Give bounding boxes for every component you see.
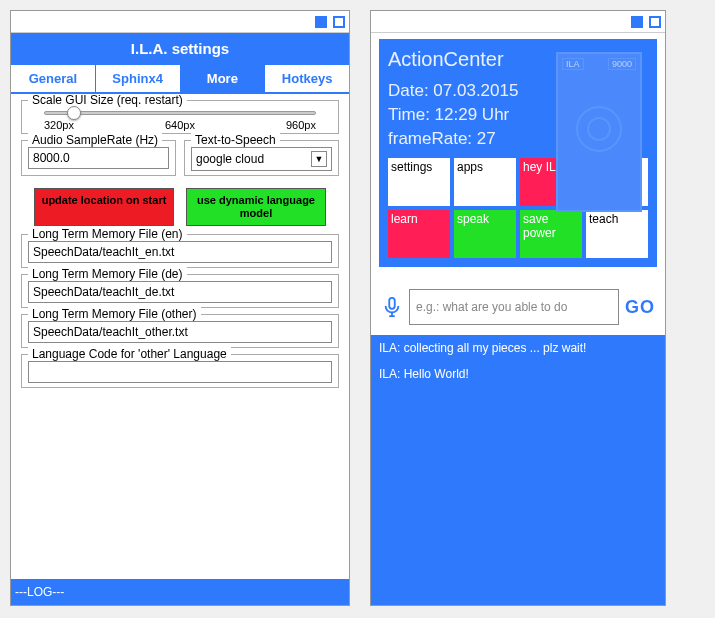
window-title: I.L.A. settings xyxy=(11,33,349,64)
ltm-en-group: Long Term Memory File (en) xyxy=(21,234,339,268)
audio-group: Audio SampleRate (Hz) xyxy=(21,140,176,176)
tab-more[interactable]: More xyxy=(181,65,266,92)
device-label-right: 9000 xyxy=(608,58,636,70)
tile-teach[interactable]: teach xyxy=(586,210,648,258)
tts-select[interactable]: google cloud ▼ xyxy=(191,147,332,171)
tile-speak[interactable]: speak xyxy=(454,210,516,258)
ltm-other-label: Long Term Memory File (other) xyxy=(28,307,201,321)
minimize-icon[interactable] xyxy=(631,16,643,28)
console-line: ILA: collecting all my pieces ... plz wa… xyxy=(379,341,657,355)
speaker-device-icon: ILA 9000 xyxy=(556,52,642,212)
ltm-en-label: Long Term Memory File (en) xyxy=(28,227,187,241)
slider-tick-960: 960px xyxy=(286,119,316,131)
close-icon[interactable] xyxy=(333,16,345,28)
slider-tick-640: 640px xyxy=(165,119,195,131)
ltm-other-input[interactable] xyxy=(28,321,332,343)
tab-sphinx4[interactable]: Sphinx4 xyxy=(96,65,181,92)
tile-save-power[interactable]: save power xyxy=(520,210,582,258)
go-button[interactable]: GO xyxy=(625,297,655,318)
tts-value: google cloud xyxy=(196,152,264,166)
dynamic-lm-button[interactable]: use dynamic language model xyxy=(186,188,326,226)
console-output: ILA: collecting all my pieces ... plz wa… xyxy=(371,335,665,605)
tile-learn[interactable]: learn xyxy=(388,210,450,258)
settings-tabs: General Sphinx4 More Hotkeys xyxy=(11,64,349,94)
slider-tick-320: 320px xyxy=(44,119,74,131)
console-line: ILA: Hello World! xyxy=(379,367,657,381)
titlebar-left xyxy=(11,11,349,33)
chevron-down-icon[interactable]: ▼ xyxy=(311,151,327,167)
microphone-icon[interactable] xyxy=(381,296,403,318)
settings-window: I.L.A. settings General Sphinx4 More Hot… xyxy=(10,10,350,606)
titlebar-right xyxy=(371,11,665,33)
langcode-group: Language Code for 'other' Language xyxy=(21,354,339,388)
langcode-input[interactable] xyxy=(28,361,332,383)
slider-thumb-icon[interactable] xyxy=(67,106,81,120)
minimize-icon[interactable] xyxy=(315,16,327,28)
ltm-de-group: Long Term Memory File (de) xyxy=(21,274,339,308)
tts-label: Text-to-Speech xyxy=(191,133,280,147)
settings-content: Scale GUI Size (req. restart) 320px 640p… xyxy=(11,94,349,579)
ltm-de-label: Long Term Memory File (de) xyxy=(28,267,187,281)
tab-general[interactable]: General xyxy=(11,65,96,92)
ltm-other-group: Long Term Memory File (other) xyxy=(21,314,339,348)
close-icon[interactable] xyxy=(649,16,661,28)
tile-settings[interactable]: settings xyxy=(388,158,450,206)
log-bar: ---LOG--- xyxy=(11,579,349,605)
scale-gui-group: Scale GUI Size (req. restart) 320px 640p… xyxy=(21,100,339,134)
scale-gui-slider[interactable] xyxy=(44,111,316,115)
action-panel: ILA 9000 ActionCenter Date: 07.03.2015 T… xyxy=(379,39,657,267)
scale-gui-label: Scale GUI Size (req. restart) xyxy=(28,94,187,107)
audio-samplerate-input[interactable] xyxy=(28,147,169,169)
query-row: e.g.: what are you able to do GO xyxy=(371,271,665,335)
ltm-de-input[interactable] xyxy=(28,281,332,303)
langcode-label: Language Code for 'other' Language xyxy=(28,347,231,361)
tab-hotkeys[interactable]: Hotkeys xyxy=(265,65,349,92)
audio-label: Audio SampleRate (Hz) xyxy=(28,133,162,147)
query-input[interactable]: e.g.: what are you able to do xyxy=(409,289,619,325)
ltm-en-input[interactable] xyxy=(28,241,332,263)
tile-apps[interactable]: apps xyxy=(454,158,516,206)
svg-rect-0 xyxy=(389,298,395,309)
device-label-left: ILA xyxy=(562,58,584,70)
actioncenter-window: ILA 9000 ActionCenter Date: 07.03.2015 T… xyxy=(370,10,666,606)
update-location-button[interactable]: update location on start xyxy=(34,188,174,226)
tts-group: Text-to-Speech google cloud ▼ xyxy=(184,140,339,176)
